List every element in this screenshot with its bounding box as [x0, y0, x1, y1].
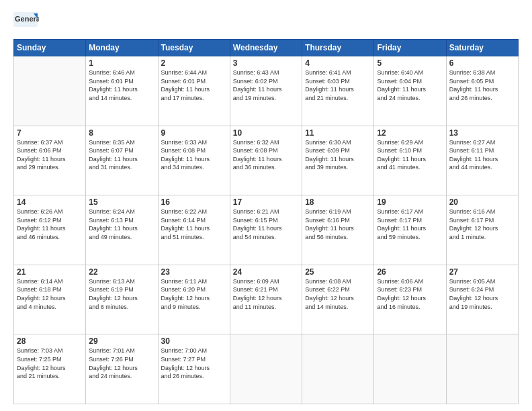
day-number: 1 [89, 58, 154, 68]
day-info: Sunrise: 6:19 AM Sunset: 6:16 PM Dayligh… [305, 208, 371, 241]
calendar-day-20: 20Sunrise: 6:16 AM Sunset: 6:17 PM Dayli… [446, 195, 518, 265]
page: General SundayMondayTuesdayWednesdayThur… [0, 0, 532, 411]
calendar-day-23: 23Sunrise: 6:11 AM Sunset: 6:20 PM Dayli… [158, 265, 230, 334]
day-number: 19 [377, 197, 443, 207]
day-info: Sunrise: 6:27 AM Sunset: 6:11 PM Dayligh… [449, 138, 515, 172]
day-number: 28 [17, 336, 83, 346]
weekday-header-wednesday: Wednesday [230, 40, 302, 56]
day-info: Sunrise: 6:26 AM Sunset: 6:12 PM Dayligh… [17, 208, 83, 241]
calendar-day-15: 15Sunrise: 6:24 AM Sunset: 6:13 PM Dayli… [86, 195, 158, 265]
calendar-day-28: 28Sunrise: 7:03 AM Sunset: 7:25 PM Dayli… [14, 334, 86, 404]
calendar-day-26: 26Sunrise: 6:06 AM Sunset: 6:23 PM Dayli… [374, 265, 446, 334]
calendar-day-empty [374, 334, 446, 404]
day-info: Sunrise: 6:29 AM Sunset: 6:10 PM Dayligh… [377, 138, 443, 172]
day-number: 9 [161, 128, 227, 138]
calendar-day-8: 8Sunrise: 6:35 AM Sunset: 6:07 PM Daylig… [86, 126, 158, 195]
day-info: Sunrise: 6:24 AM Sunset: 6:13 PM Dayligh… [89, 208, 154, 241]
calendar-week-row: 28Sunrise: 7:03 AM Sunset: 7:25 PM Dayli… [14, 334, 519, 404]
day-number: 21 [17, 267, 83, 277]
day-number: 18 [305, 197, 371, 207]
day-number: 7 [17, 128, 83, 138]
weekday-header-tuesday: Tuesday [158, 40, 230, 56]
day-number: 22 [89, 267, 154, 277]
day-number: 24 [233, 267, 299, 277]
calendar-day-24: 24Sunrise: 6:09 AM Sunset: 6:21 PM Dayli… [230, 265, 302, 334]
calendar-day-18: 18Sunrise: 6:19 AM Sunset: 6:16 PM Dayli… [302, 195, 374, 265]
calendar-day-19: 19Sunrise: 6:17 AM Sunset: 6:17 PM Dayli… [374, 195, 446, 265]
day-info: Sunrise: 6:33 AM Sunset: 6:08 PM Dayligh… [161, 138, 227, 172]
day-number: 30 [161, 336, 227, 346]
weekday-header-friday: Friday [374, 40, 446, 56]
weekday-header-monday: Monday [86, 40, 158, 56]
calendar-day-4: 4Sunrise: 6:41 AM Sunset: 6:03 PM Daylig… [302, 56, 374, 126]
day-info: Sunrise: 6:37 AM Sunset: 6:06 PM Dayligh… [17, 138, 83, 172]
calendar-day-3: 3Sunrise: 6:43 AM Sunset: 6:02 PM Daylig… [230, 56, 302, 126]
calendar-day-1: 1Sunrise: 6:46 AM Sunset: 6:01 PM Daylig… [86, 56, 158, 126]
calendar-day-2: 2Sunrise: 6:44 AM Sunset: 6:01 PM Daylig… [158, 56, 230, 126]
calendar-day-12: 12Sunrise: 6:29 AM Sunset: 6:10 PM Dayli… [374, 126, 446, 195]
day-info: Sunrise: 6:40 AM Sunset: 6:04 PM Dayligh… [377, 68, 443, 102]
day-info: Sunrise: 6:41 AM Sunset: 6:03 PM Dayligh… [305, 68, 371, 102]
calendar-day-empty [446, 334, 518, 404]
calendar-day-14: 14Sunrise: 6:26 AM Sunset: 6:12 PM Dayli… [14, 195, 86, 265]
day-info: Sunrise: 6:30 AM Sunset: 6:09 PM Dayligh… [305, 138, 371, 172]
calendar-day-27: 27Sunrise: 6:05 AM Sunset: 6:24 PM Dayli… [446, 265, 518, 334]
header: General [13, 12, 519, 34]
calendar-day-6: 6Sunrise: 6:38 AM Sunset: 6:05 PM Daylig… [446, 56, 518, 126]
day-number: 23 [161, 267, 227, 277]
day-info: Sunrise: 6:08 AM Sunset: 6:22 PM Dayligh… [305, 277, 371, 311]
day-info: Sunrise: 6:38 AM Sunset: 6:05 PM Dayligh… [449, 68, 515, 102]
day-info: Sunrise: 6:21 AM Sunset: 6:15 PM Dayligh… [233, 208, 299, 241]
day-info: Sunrise: 7:01 AM Sunset: 7:26 PM Dayligh… [89, 347, 154, 380]
calendar-day-30: 30Sunrise: 7:00 AM Sunset: 7:27 PM Dayli… [158, 334, 230, 404]
day-info: Sunrise: 6:22 AM Sunset: 6:14 PM Dayligh… [161, 208, 227, 241]
day-info: Sunrise: 6:35 AM Sunset: 6:07 PM Dayligh… [89, 138, 154, 172]
calendar-day-16: 16Sunrise: 6:22 AM Sunset: 6:14 PM Dayli… [158, 195, 230, 265]
day-info: Sunrise: 6:43 AM Sunset: 6:02 PM Dayligh… [233, 68, 299, 102]
day-number: 8 [89, 128, 154, 138]
day-number: 17 [233, 197, 299, 207]
logo-icon: General [13, 12, 39, 32]
day-info: Sunrise: 6:06 AM Sunset: 6:23 PM Dayligh… [377, 277, 443, 311]
day-number: 29 [89, 336, 154, 346]
day-info: Sunrise: 6:16 AM Sunset: 6:17 PM Dayligh… [449, 208, 515, 241]
calendar-day-22: 22Sunrise: 6:13 AM Sunset: 6:19 PM Dayli… [86, 265, 158, 334]
day-info: Sunrise: 6:17 AM Sunset: 6:17 PM Dayligh… [377, 208, 443, 241]
day-info: Sunrise: 6:05 AM Sunset: 6:24 PM Dayligh… [449, 277, 515, 311]
weekday-header-saturday: Saturday [446, 40, 518, 56]
day-info: Sunrise: 6:46 AM Sunset: 6:01 PM Dayligh… [89, 68, 154, 102]
day-info: Sunrise: 6:32 AM Sunset: 6:08 PM Dayligh… [233, 138, 299, 172]
calendar-day-9: 9Sunrise: 6:33 AM Sunset: 6:08 PM Daylig… [158, 126, 230, 195]
day-number: 3 [233, 58, 299, 68]
weekday-header-sunday: Sunday [14, 40, 86, 56]
day-number: 2 [161, 58, 227, 68]
day-info: Sunrise: 6:14 AM Sunset: 6:18 PM Dayligh… [17, 277, 83, 311]
calendar-day-10: 10Sunrise: 6:32 AM Sunset: 6:08 PM Dayli… [230, 126, 302, 195]
calendar-week-row: 21Sunrise: 6:14 AM Sunset: 6:18 PM Dayli… [14, 265, 519, 334]
day-info: Sunrise: 6:11 AM Sunset: 6:20 PM Dayligh… [161, 277, 227, 311]
calendar-day-25: 25Sunrise: 6:08 AM Sunset: 6:22 PM Dayli… [302, 265, 374, 334]
day-number: 25 [305, 267, 371, 277]
day-number: 16 [161, 197, 227, 207]
day-number: 6 [449, 58, 515, 68]
weekday-header-thursday: Thursday [302, 40, 374, 56]
logo: General [13, 12, 39, 34]
calendar-day-29: 29Sunrise: 7:01 AM Sunset: 7:26 PM Dayli… [86, 334, 158, 404]
calendar-day-17: 17Sunrise: 6:21 AM Sunset: 6:15 PM Dayli… [230, 195, 302, 265]
calendar-day-21: 21Sunrise: 6:14 AM Sunset: 6:18 PM Dayli… [14, 265, 86, 334]
calendar-day-empty [230, 334, 302, 404]
day-number: 20 [449, 197, 515, 207]
calendar-week-row: 1Sunrise: 6:46 AM Sunset: 6:01 PM Daylig… [14, 56, 519, 126]
day-info: Sunrise: 6:13 AM Sunset: 6:19 PM Dayligh… [89, 277, 154, 311]
calendar-week-row: 7Sunrise: 6:37 AM Sunset: 6:06 PM Daylig… [14, 126, 519, 195]
day-number: 4 [305, 58, 371, 68]
day-number: 27 [449, 267, 515, 277]
weekday-header-row: SundayMondayTuesdayWednesdayThursdayFrid… [14, 40, 519, 56]
day-number: 15 [89, 197, 154, 207]
day-info: Sunrise: 6:09 AM Sunset: 6:21 PM Dayligh… [233, 277, 299, 311]
calendar-day-11: 11Sunrise: 6:30 AM Sunset: 6:09 PM Dayli… [302, 126, 374, 195]
calendar-day-7: 7Sunrise: 6:37 AM Sunset: 6:06 PM Daylig… [14, 126, 86, 195]
calendar-day-empty [14, 56, 86, 126]
calendar-week-row: 14Sunrise: 6:26 AM Sunset: 6:12 PM Dayli… [14, 195, 519, 265]
svg-text:General: General [15, 15, 39, 23]
